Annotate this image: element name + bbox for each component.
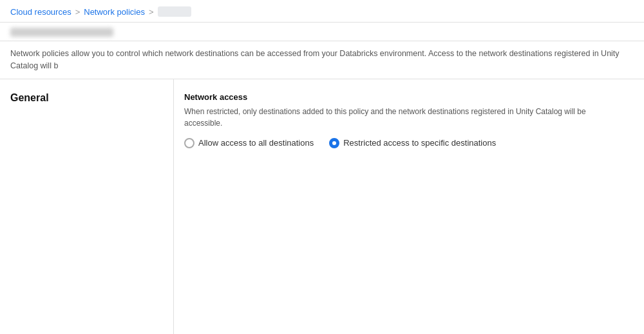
radio-allow-all[interactable]: Allow access to all destinations	[184, 138, 314, 148]
network-access-title: Network access	[184, 92, 634, 102]
general-right-panel: Network access When restricted, only des…	[174, 79, 644, 335]
page-title-bar	[0, 23, 644, 41]
breadcrumb-cloud-resources[interactable]: Cloud resources	[10, 7, 71, 17]
radio-circle-allow-all	[184, 138, 194, 148]
radio-restricted[interactable]: Restricted access to specific destinatio…	[329, 138, 496, 148]
breadcrumb-network-policies[interactable]: Network policies	[84, 7, 145, 17]
network-access-desc: When restricted, only destinations added…	[184, 106, 603, 129]
breadcrumb-current	[158, 6, 191, 17]
radio-group: Allow access to all destinations Restric…	[184, 138, 634, 148]
general-left-panel: General	[0, 79, 174, 335]
radio-circle-restricted	[329, 138, 339, 148]
description-text: Network policies allow you to control wh…	[10, 49, 620, 70]
radio-label-restricted: Restricted access to specific destinatio…	[343, 138, 496, 148]
page-title-blurred	[10, 28, 113, 37]
breadcrumb-sep-1: >	[75, 7, 80, 17]
breadcrumb-sep-2: >	[149, 7, 154, 17]
general-section-title: General	[10, 92, 163, 104]
radio-label-allow-all: Allow access to all destinations	[198, 138, 314, 148]
description-bar: Network policies allow you to control wh…	[0, 41, 644, 79]
breadcrumb: Cloud resources > Network policies >	[0, 0, 644, 23]
